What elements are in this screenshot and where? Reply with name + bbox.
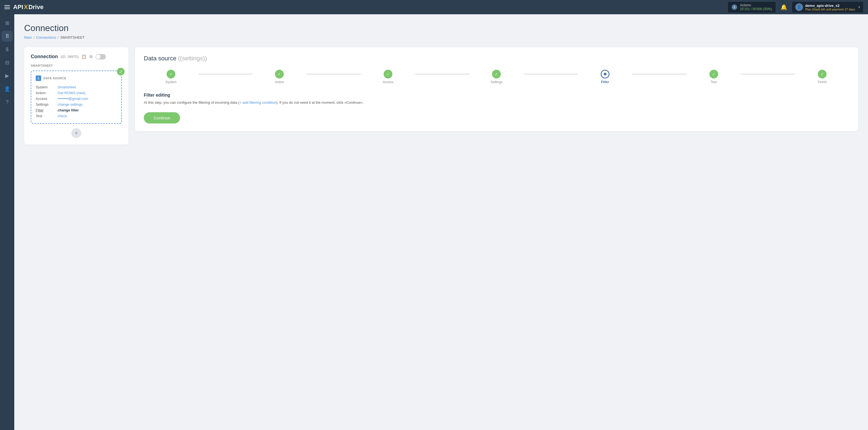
sidebar-item-templates[interactable]: ⊟ [2, 57, 12, 68]
step-connector [307, 74, 361, 74]
row-value[interactable]: Smartsheet [58, 84, 117, 90]
step-circle-system: ✓ [166, 70, 175, 79]
panel-title: Data source ((settings)) [144, 55, 849, 62]
step-circle-test: ✓ [709, 70, 718, 79]
row-key: Settings [36, 101, 58, 107]
actions-badge: i Actions: 25'151 / 50'000 (50%) [727, 1, 776, 13]
datasource-label: DATA SOURCE [43, 76, 66, 80]
connection-subtitle: SMARTSHEET [31, 64, 122, 67]
step-label-access: Access [383, 80, 394, 84]
connection-title: Connection [31, 54, 58, 60]
connection-toggle[interactable] [95, 54, 106, 60]
logo: APIXDrive [13, 4, 43, 11]
row-value[interactable]: change settings [58, 101, 117, 107]
table-row: Filter change filter [36, 107, 117, 113]
step-label-finish: Finish [818, 80, 827, 84]
row-value[interactable]: change filter [58, 107, 117, 113]
chevron-down-icon: ▾ [858, 5, 860, 9]
row-key[interactable]: Filter [36, 107, 58, 113]
user-plan: Plan |Start| left until payment 27 days [805, 8, 855, 11]
connection-id: (ID: 38970) [61, 55, 79, 59]
breadcrumb: Main / Connections / SMARTSHEET [24, 35, 858, 39]
datasource-header: 1 DATA SOURCE [36, 75, 117, 81]
main-content: Connection Main / Connections / SMARTSHE… [14, 14, 868, 430]
page-title: Connection [24, 23, 858, 33]
step-label-system: System [165, 80, 177, 84]
step-access: ✓ Access [361, 70, 415, 84]
sidebar-item-billing[interactable]: $ [2, 44, 12, 55]
row-value[interactable]: check [58, 113, 117, 119]
user-menu[interactable]: 👤 demo_apix-drive_s2 Plan |Start| left u… [792, 1, 864, 13]
username: demo_apix-drive_s2 [805, 4, 855, 8]
step-filter: Filter [578, 70, 632, 84]
step-connector [632, 74, 687, 74]
step-label-test: Test [711, 80, 717, 84]
table-row: Settings change settings [36, 101, 117, 107]
breadcrumb-main[interactable]: Main [24, 35, 32, 39]
step-connector [741, 74, 795, 74]
table-row: System Smartsheet [36, 84, 117, 90]
step-label-filter: Filter [601, 80, 609, 84]
row-value[interactable]: Get ROWS (new) [58, 90, 117, 96]
step-connector [198, 74, 252, 74]
sidebar-item-runs[interactable]: ▶ [2, 70, 12, 81]
row-key: Access [36, 96, 58, 101]
main-layout: ⊞ ⠿ $ ⊟ ▶ 👤 ? Connection Main / Connecti… [0, 14, 868, 430]
datasource-check-badge: ✓ [117, 68, 125, 75]
filter-title: Filter editing [144, 93, 849, 98]
step-label-settings: Settings [491, 80, 502, 84]
info-icon: i [732, 4, 737, 10]
step-circle-action: ✓ [275, 70, 284, 79]
table-row: Access ••••••••l@gmail.com [36, 96, 117, 101]
breadcrumb-current: SMARTSHEET [60, 35, 85, 39]
table-row: Test check [36, 113, 117, 119]
avatar: 👤 [795, 3, 803, 11]
step-circle-filter [601, 70, 610, 79]
row-key: Action [36, 90, 58, 96]
connection-header: Connection (ID: 38970) 📋 ⚙ [31, 54, 122, 60]
sidebar-item-connections[interactable]: ⠿ [2, 31, 12, 42]
datasource-card: ✓ 1 DATA SOURCE System Smartsheet Action… [31, 70, 122, 124]
step-system: ✓ System [144, 70, 198, 84]
breadcrumb-connections[interactable]: Connections [36, 35, 56, 39]
step-settings: ✓ Settings [469, 70, 524, 84]
step-circle-access: ✓ [384, 70, 393, 79]
step-label-action: Action [275, 80, 284, 84]
filter-description: At this step, you can configure the filt… [144, 100, 849, 106]
step-test: ✓ Test [687, 70, 741, 84]
datasource-table: System Smartsheet Action Get ROWS (new) … [36, 84, 117, 119]
hamburger-menu[interactable] [4, 5, 10, 9]
row-value[interactable]: ••••••••l@gmail.com [58, 96, 117, 101]
step-connector [524, 74, 578, 74]
step-circle-finish: ✓ [818, 70, 827, 79]
actions-count: 25'151 / 50'000 (50%) [740, 7, 772, 11]
panels-row: Connection (ID: 38970) 📋 ⚙ SMARTSHEET ✓ … [24, 47, 858, 145]
step-circle-settings: ✓ [492, 70, 501, 79]
table-row: Action Get ROWS (new) [36, 90, 117, 96]
top-nav: APIXDrive i Actions: 25'151 / 50'000 (50… [0, 0, 868, 14]
actions-label: Actions: [740, 3, 772, 7]
sidebar-item-help[interactable]: ? [2, 97, 12, 108]
sidebar-item-dashboard[interactable]: ⊞ [2, 18, 12, 29]
copy-icon[interactable]: 📋 [81, 54, 87, 59]
settings-icon[interactable]: ⚙ [89, 54, 93, 59]
sidebar: ⊞ ⠿ $ ⊟ ▶ 👤 ? [0, 14, 14, 430]
continue-button[interactable]: Continue [144, 112, 180, 123]
datasource-number: 1 [36, 75, 41, 81]
row-key: Test [36, 113, 58, 119]
add-button[interactable]: + [71, 128, 81, 138]
filter-section: Filter editing At this step, you can con… [144, 93, 849, 123]
add-filter-link[interactable]: + add filtering condition [239, 100, 276, 104]
row-key: System [36, 84, 58, 90]
notifications-button[interactable]: 🔔 [779, 3, 788, 11]
step-action: ✓ Action [252, 70, 307, 84]
right-panel: Data source ((settings)) ✓ System ✓ Acti… [135, 47, 858, 131]
steps-row: ✓ System ✓ Action ✓ Access [144, 70, 849, 84]
sidebar-item-account[interactable]: 👤 [2, 84, 12, 94]
step-connector [415, 74, 469, 74]
left-panel: Connection (ID: 38970) 📋 ⚙ SMARTSHEET ✓ … [24, 47, 128, 145]
step-finish: ✓ Finish [795, 70, 849, 84]
